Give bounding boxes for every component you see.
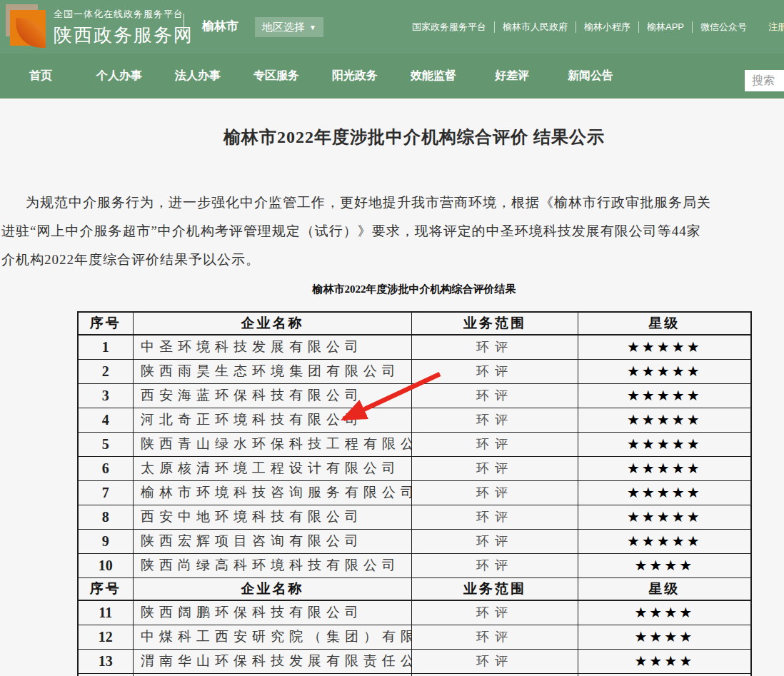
column-header: 企业名称: [134, 312, 412, 335]
article-content: 榆林市2022年度涉批中介机构综合评价 结果公示 为规范中介服务行为，进一步强化…: [0, 99, 784, 676]
cell-stars: ★★★★★: [578, 408, 751, 432]
cell-no: 8: [78, 505, 134, 529]
region-selector-button[interactable]: 地区选择 ▼: [255, 17, 323, 37]
column-header: 业务范围: [412, 312, 578, 335]
link-city-government[interactable]: 榆林市人民政府: [503, 21, 568, 34]
table-row: 5陕西青山绿水环保科技工程有限公司环评★★★★★: [78, 432, 751, 456]
link-separator: [576, 21, 576, 33]
site-name: 陕西政务服务网: [54, 23, 194, 48]
table-row: 8西安中地环境科技有限公司环评★★★★★: [78, 505, 751, 529]
column-header: 序号: [78, 312, 134, 335]
cell-name: 陕西雨昊生态环境集团有限公司: [134, 359, 412, 383]
table-row: 6太原核清环境工程设计有限公司环评★★★★★: [78, 456, 751, 480]
cell-empty: [134, 673, 412, 676]
cell-stars: ★★★★: [578, 553, 751, 577]
link-separator: [638, 21, 639, 33]
current-city-label: 榆林市: [202, 18, 238, 34]
link-wechat-official[interactable]: 微信公众号: [700, 21, 747, 34]
cell-no: 2: [78, 359, 134, 383]
cell-name: 陕西宏辉项目咨询有限公司: [134, 529, 412, 553]
page-title: 榆林市2022年度涉批中介机构综合评价 结果公示: [0, 126, 784, 148]
nav-item-special-zone[interactable]: 专区服务: [237, 69, 316, 84]
cell-scope: 环评: [412, 480, 578, 505]
cell-no: 4: [78, 408, 134, 432]
nav-item-home[interactable]: 首页: [1, 69, 80, 84]
cell-stars: ★★★★: [578, 600, 751, 625]
cell-stars: ★★★★: [578, 625, 751, 649]
cell-name: 太原核清环境工程设计有限公司: [134, 456, 412, 480]
cell-scope: 环评: [412, 456, 578, 480]
table-row: 7榆林市环境科技咨询服务有限公司环评★★★★★: [78, 480, 751, 505]
cell-name: 陕西尚绿高科环境科技有限公司: [134, 553, 412, 577]
brand-block: 全国一体化在线政务服务平台 陕西政务服务网: [54, 8, 194, 48]
paragraph-line: 进驻“网上中介服务超市”中介机构考评管理规定（试行）》要求，现将评定的中圣环境科…: [1, 217, 784, 246]
column-header: 星级: [578, 312, 751, 335]
table-row: 10陕西尚绿高科环境科技有限公司环评★★★★: [78, 553, 751, 577]
announcement-paragraph: 为规范中介服务行为，进一步强化中介监管工作，更好地提升我市营商环境，根据《榆林市…: [0, 188, 784, 274]
cell-no: 10: [78, 553, 134, 577]
region-selector-label: 地区选择: [262, 21, 305, 34]
cell-scope: 环评: [412, 600, 578, 625]
cell-name: 榆林市环境科技咨询服务有限公司: [134, 480, 412, 505]
cell-empty: [78, 673, 134, 676]
cell-no: 7: [78, 480, 134, 505]
cell-stars: ★★★★★: [578, 359, 751, 383]
nav-item-legal-entity[interactable]: 法人办事: [159, 69, 237, 84]
evaluation-results-table: 序号企业名称业务范围星级1中圣环境科技发展有限公司环评★★★★★2陕西雨昊生态环…: [77, 311, 752, 676]
nav-item-supervision[interactable]: 效能监督: [394, 69, 473, 84]
paragraph-line: 介机构2022年度综合评价结果予以公示。: [1, 246, 784, 274]
cell-no: 9: [78, 529, 134, 553]
brand-divider: [184, 14, 184, 40]
cell-no: 3: [78, 383, 134, 408]
table-row: 11陕西阔鹏环保科技有限公司环评★★★★: [78, 600, 751, 625]
table-caption: 榆林市2022年度涉批中介机构综合评价结果: [0, 283, 784, 296]
table-row-partial: [78, 673, 751, 676]
table-row: 1中圣环境科技发展有限公司环评★★★★★: [78, 335, 751, 359]
nav-item-transparency[interactable]: 阳光政务: [316, 69, 394, 84]
nav-item-news[interactable]: 新闻公告: [551, 69, 630, 84]
link-app[interactable]: 榆林APP: [647, 21, 684, 34]
cell-stars: ★★★★★: [578, 480, 751, 505]
cell-no: 12: [78, 625, 134, 649]
nav-item-personal[interactable]: 个人办事: [80, 69, 159, 84]
cell-name: 渭南华山环保科技发展有限责任公司: [134, 649, 412, 673]
cell-no: 11: [78, 600, 134, 625]
column-header: 星级: [578, 577, 751, 600]
logo-orange-square: [10, 10, 46, 46]
column-header: 业务范围: [412, 577, 578, 600]
cell-name: 陕西青山绿水环保科技工程有限公司: [134, 432, 412, 456]
cell-empty: [578, 673, 751, 676]
chevron-down-icon: ▼: [309, 24, 316, 31]
cell-name: 中煤科工西安研究院（集团）有限公司: [134, 625, 412, 649]
table-row: 13渭南华山环保科技发展有限责任公司环评★★★★: [78, 649, 751, 673]
link-national-platform[interactable]: 国家政务服务平台: [412, 21, 486, 34]
table-header-row: 序号企业名称业务范围星级: [78, 577, 751, 600]
table-row: 4河北奇正环境科技有限公司环评★★★★★: [78, 408, 751, 432]
nav-items: 首页 个人办事 法人办事 专区服务 阳光政务 效能监督 好差评 新闻公告: [1, 54, 630, 99]
logo-leaf-icon: [16, 18, 46, 48]
top-links: 国家政务服务平台 榆林市人民政府 榆林小程序 榆林APP 微信公众号 注册: [412, 0, 784, 54]
cell-scope: 环评: [412, 383, 578, 408]
cell-scope: 环评: [412, 335, 578, 359]
cell-stars: ★★★★★: [578, 505, 751, 529]
column-header: 序号: [78, 577, 134, 600]
cell-empty: [412, 673, 578, 676]
link-mini-program[interactable]: 榆林小程序: [584, 21, 630, 34]
cell-name: 陕西阔鹏环保科技有限公司: [134, 600, 412, 625]
table-row: 9陕西宏辉项目咨询有限公司环评★★★★★: [78, 529, 751, 553]
search-input[interactable]: [745, 70, 784, 91]
cell-stars: ★★★★★: [578, 529, 751, 553]
cell-no: 1: [78, 335, 134, 359]
register-link[interactable]: 注册: [768, 21, 784, 34]
cell-stars: ★★★★★: [578, 383, 751, 408]
cell-stars: ★★★★★: [578, 456, 751, 480]
cell-name: 中圣环境科技发展有限公司: [134, 335, 412, 359]
cell-stars: ★★★★★: [578, 432, 751, 456]
site-logo: [6, 4, 47, 46]
site-header: 全国一体化在线政务服务平台 陕西政务服务网 榆林市 地区选择 ▼ 国家政务服务平…: [0, 0, 784, 54]
link-separator: [692, 21, 693, 33]
nav-item-rating[interactable]: 好差评: [473, 69, 551, 84]
column-header: 企业名称: [134, 577, 412, 600]
cell-scope: 环评: [412, 625, 578, 649]
table-header-row: 序号企业名称业务范围星级: [78, 312, 751, 335]
